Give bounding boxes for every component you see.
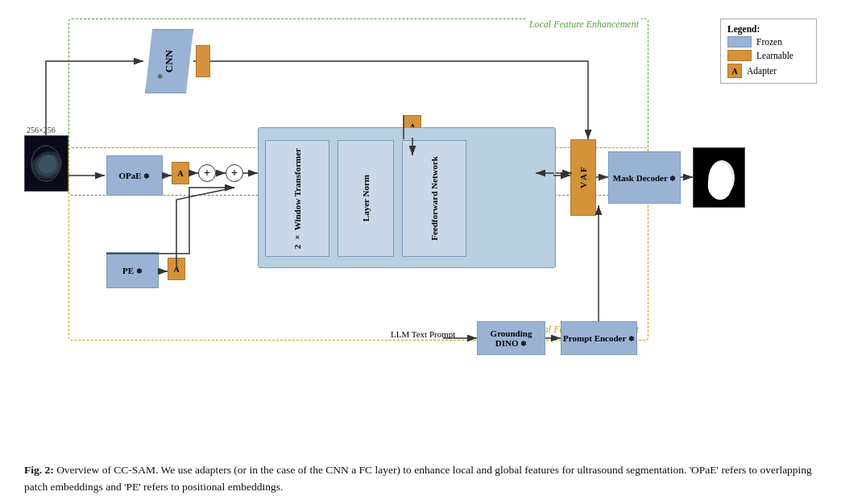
learnable-color — [727, 50, 752, 61]
llm-text-label: LLM Text Prompt — [391, 329, 455, 339]
circle-add-2: + — [226, 164, 243, 182]
window-transformer-label: 2 × Window Transformer — [292, 148, 302, 249]
diagram-area: Local Feature Enhancement Global Feature… — [24, 14, 817, 456]
prompt-encoder-label: Prompt Encoder ❄ — [563, 333, 635, 343]
vaf-block: V A F — [570, 139, 596, 216]
adapter-color: A — [727, 64, 742, 78]
plus-1: + — [204, 167, 210, 180]
cnn-block: CNN — [145, 29, 193, 93]
grounding-dino-block: Grounding DINO ❄ — [477, 321, 545, 355]
opae-block: OPaE ❄ — [106, 155, 163, 196]
prompt-encoder-block: Prompt Encoder ❄ — [561, 321, 637, 355]
frozen-color — [727, 36, 752, 48]
llm-text-prompt: LLM Text Prompt — [391, 328, 455, 340]
feedforward-label: Feedforward Network — [429, 156, 439, 241]
plus-2: + — [231, 167, 238, 180]
adapter-opae: A — [172, 162, 189, 184]
cnn-label: CNN — [163, 50, 176, 72]
adapter-pe: A — [168, 258, 185, 280]
learnable-label: Learnable — [756, 51, 793, 60]
vaf-label: V A F — [578, 167, 588, 188]
feedforward-block: Feedforward Network — [402, 140, 466, 257]
frozen-label: Frozen — [756, 37, 782, 47]
circle-add-1: + — [198, 164, 216, 182]
mask-decoder-block: Mask Decoder ❄ — [608, 151, 681, 204]
layer-norm-label: Layer Norm — [361, 175, 371, 221]
legend-adapter: A Adapter — [727, 64, 810, 78]
caption-bold: Fig. 2: — [24, 464, 54, 476]
local-feature-label: Local Feature Enhancement — [527, 19, 641, 31]
cnn-orange-block — [196, 45, 210, 77]
caption: Fig. 2: Overview of CC-SAM. We use adapt… — [24, 462, 814, 496]
cnn-snowflake: ❄ — [157, 72, 164, 81]
legend-box: Legend: Frozen Learnable A Adapter — [720, 19, 817, 84]
caption-text: Overview of CC-SAM. We use adapters (or … — [24, 464, 812, 493]
legend-learnable: Learnable — [727, 50, 810, 61]
mask-decoder-label: Mask Decoder ❄ — [613, 173, 677, 183]
pe-label: PE ❄ — [122, 266, 143, 275]
opae-label: OPaE ❄ — [119, 171, 151, 180]
adapter-label: Adapter — [747, 66, 777, 76]
main-transformer-block: 2 × Window Transformer Layer Norm Feedfo… — [258, 127, 556, 268]
input-image — [24, 135, 68, 192]
page: Local Feature Enhancement Global Feature… — [0, 0, 841, 504]
window-transformer-block: 2 × Window Transformer — [265, 140, 329, 257]
adapter-pe-label: A — [173, 265, 179, 274]
adapter-opae-label: A — [177, 169, 183, 178]
output-image — [693, 147, 745, 208]
grounding-dino-label: Grounding DINO ❄ — [478, 328, 545, 348]
legend-frozen: Frozen — [727, 36, 810, 48]
diagram-wrapper: Local Feature Enhancement Global Feature… — [24, 14, 817, 353]
layer-norm-block: Layer Norm — [338, 140, 394, 257]
size-label: 256×256 — [27, 126, 56, 134]
pe-block: PE ❄ — [106, 252, 159, 288]
legend-title: Legend: — [727, 24, 760, 34]
